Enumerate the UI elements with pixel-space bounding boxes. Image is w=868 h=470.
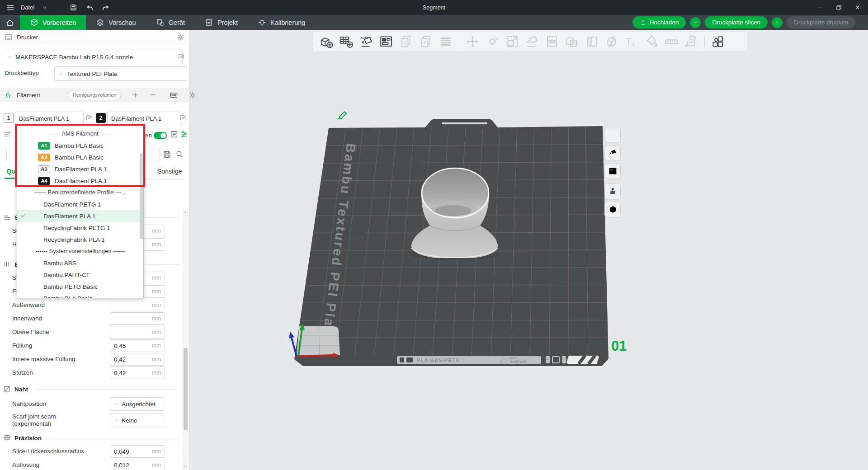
param-input[interactable]: mm [110, 299, 165, 311]
svg-text:P: P [423, 40, 427, 46]
save-preset-icon[interactable] [163, 150, 171, 159]
home-button[interactable] [0, 15, 20, 30]
printer-settings-gear-icon[interactable] [177, 33, 184, 41]
dropdown-item[interactable]: RecyclingFabrik PETG 1 [17, 222, 143, 234]
add-filament-icon[interactable] [132, 91, 139, 99]
filament-2-edit-icon[interactable] [179, 114, 187, 122]
param-input[interactable]: 0,45mm [110, 339, 165, 352]
dropdown-item[interactable]: RecyclingFabrik PLA 1 [17, 234, 143, 245]
add-plate-icon[interactable] [340, 35, 353, 48]
param-label: Füllung [12, 342, 110, 349]
add-object-icon[interactable] [320, 35, 333, 48]
lay-flat-icon [525, 35, 539, 48]
param-select[interactable]: Ausgerichtet [110, 397, 164, 411]
slice-options-chevron[interactable] [772, 17, 783, 28]
dropdown-item[interactable]: A2Bambu PLA Basic [17, 151, 143, 163]
tab-others[interactable]: Sonstige [157, 168, 182, 175]
param-value: 0,012 [114, 462, 129, 469]
ams-icon[interactable] [170, 91, 178, 99]
flush-volumes-button[interactable]: Reinigungsvolumen [68, 90, 122, 100]
hot-surface-text-1: HOT [510, 356, 517, 360]
segment-tool-icon[interactable] [711, 35, 725, 48]
dropdown-item[interactable]: Bambu ABS [17, 257, 143, 269]
lock-plate-button[interactable] [604, 183, 621, 199]
dropdown-item[interactable]: A3DasFilament PLA 1 [17, 163, 143, 175]
nav-tab-gerät[interactable]: Gerät [146, 15, 195, 30]
dropdown-item-label: RecyclingFabrik PETG 1 [43, 225, 110, 231]
chevron-down-icon [114, 402, 119, 407]
dropdown-group-header: ------ Systemvoreinstellungen ------ [17, 245, 143, 257]
minimize-button[interactable]: — [812, 1, 827, 14]
search-icon[interactable] [175, 150, 184, 159]
dropdown-item[interactable]: DasFilament PLA 1 [17, 210, 143, 222]
viewport-toolbar: AUTO0PTa [313, 32, 748, 52]
advanced-params-icon[interactable] [180, 130, 188, 138]
dropdown-item[interactable]: A4DasFilament PLA 1 [17, 175, 143, 187]
dropdown-item[interactable]: DasFilament PETG 1 [17, 198, 143, 210]
advanced-mode-toggle[interactable] [154, 132, 167, 139]
tab-quality[interactable]: Qu [6, 168, 15, 175]
hamburger-menu-icon[interactable] [5, 2, 16, 13]
dropdown-item[interactable]: A1Bambu PLA Basic [17, 140, 143, 151]
close-icon [608, 130, 618, 140]
param-input[interactable]: 0,42mm [110, 367, 165, 379]
param-input[interactable]: 0,012mm [110, 459, 165, 470]
param-input[interactable]: mm [110, 326, 165, 338]
bed-type-select[interactable]: Textured PEI Plate [54, 66, 187, 81]
divider [59, 4, 59, 12]
param-input[interactable]: 0,42mm [110, 353, 165, 366]
svg-text:AUTO: AUTO [361, 36, 369, 39]
plate-settings-plate-button[interactable] [604, 202, 621, 217]
nav-tab-vorschau[interactable]: Vorschau [86, 15, 146, 30]
printer-edit-icon[interactable] [177, 53, 185, 61]
dropdown-item[interactable]: Bambu PAHT-CF [17, 269, 143, 281]
nav-tab-kalibrierung[interactable]: Kalibrierung [248, 15, 315, 30]
scrollbar-thumb[interactable] [184, 348, 188, 430]
upload-button[interactable]: Hochladen [632, 16, 686, 28]
filament-settings-gear-icon[interactable] [189, 91, 196, 99]
arrange-plate-button[interactable] [604, 163, 621, 179]
param-unit: mm [152, 462, 161, 468]
object-list-icon [439, 35, 453, 48]
auto-orient-icon[interactable]: AUTO [359, 35, 373, 48]
scroll-down-icon[interactable] [183, 464, 189, 469]
dropdown-item[interactable]: Bambu PETG Basic [17, 281, 143, 292]
param-input[interactable]: mm [110, 312, 165, 325]
save-icon[interactable] [67, 2, 79, 13]
slice-plate-button[interactable]: Druckplatte slicen [705, 16, 768, 28]
close-plate-button[interactable] [604, 127, 621, 143]
param-unit: mm [152, 228, 161, 234]
undo-icon[interactable] [84, 2, 95, 13]
line-width-icon [4, 261, 11, 268]
remove-filament-icon[interactable] [149, 91, 156, 99]
nav-tab-vorbereiten[interactable]: Vorbereiten [20, 15, 86, 30]
scroll-up-icon[interactable] [183, 210, 189, 215]
chevron-down-icon[interactable] [39, 2, 51, 13]
nav-tab-projekt[interactable]: Projekt [195, 15, 248, 30]
redo-icon[interactable] [100, 2, 112, 13]
section-title: Präzision [14, 435, 42, 442]
sidebar-scrollbar[interactable] [183, 209, 189, 470]
split-objects-icon [585, 35, 599, 48]
filament-slot-1-select[interactable]: DasFilament PLA 1 [15, 112, 84, 125]
param-select[interactable]: Keine [110, 414, 164, 427]
plate-materials-text: PLA/ABS/PETG [417, 357, 460, 363]
filament-slot-2-select[interactable]: DasFilament PLA 1 [107, 112, 182, 125]
auto-orient-plate-button[interactable] [604, 145, 621, 161]
param-row: Auflösung0,012mm [0, 458, 184, 470]
dropdown-item[interactable]: Bambu PLA Basic [17, 292, 143, 298]
arrange-icon[interactable] [379, 35, 393, 48]
dropdown-item-label: RecyclingFabrik PLA 1 [43, 236, 105, 243]
filament-1-edit-icon[interactable] [85, 114, 93, 122]
parameter-list-icon[interactable] [170, 130, 178, 138]
printer-select[interactable]: MAKERSPACE Bambu Lab P1S 0.4 nozzle [3, 50, 183, 64]
file-menu[interactable]: Datei [21, 4, 34, 11]
upload-options-chevron[interactable] [690, 17, 701, 28]
hot-surface-text-2: SURFACE [510, 360, 526, 364]
close-button[interactable]: ✕ [850, 1, 865, 14]
viewport-3d[interactable]: AUTO0PTa Bambu Textured PEI Plate [189, 30, 868, 470]
param-input[interactable]: 0,049mm [110, 445, 165, 458]
ams-slot-badge: A1 [38, 142, 50, 150]
restore-button[interactable] [831, 1, 846, 14]
dropdown-scrollbar-thumb[interactable] [140, 153, 143, 239]
